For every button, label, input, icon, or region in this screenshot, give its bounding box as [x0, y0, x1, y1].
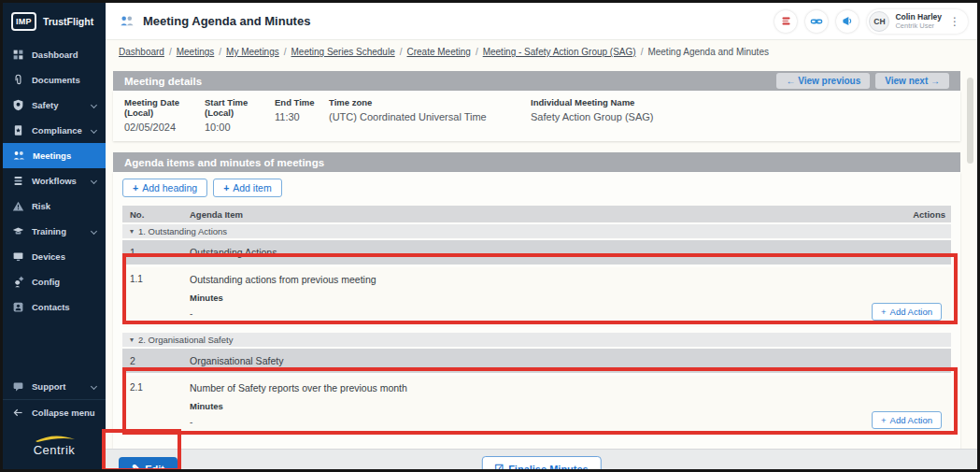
- dashboard-icon: [12, 49, 24, 61]
- view-next-button[interactable]: View next →: [875, 73, 949, 89]
- sidebar-item-contacts[interactable]: Contacts: [3, 294, 106, 320]
- breadcrumb-link-meetings[interactable]: Meetings: [177, 47, 215, 57]
- column-header-no: No.: [122, 209, 190, 220]
- avatar: CH: [869, 11, 889, 32]
- minutes-value: -: [190, 417, 951, 427]
- content-area: Meeting details ← View previous View nex…: [106, 64, 977, 449]
- field-value: Safety Action Group (SAG): [531, 111, 949, 122]
- group-header-label: 1. Outstanding Actions: [138, 226, 227, 236]
- breadcrumb: Dashboard / Meetings / My Meetings / Mee…: [106, 40, 977, 64]
- collapse-menu-button[interactable]: Collapse menu: [3, 400, 106, 425]
- paperclip-icon: [12, 74, 24, 86]
- sidebar-item-label: Support: [32, 381, 65, 392]
- view-previous-button[interactable]: ← View previous: [776, 73, 870, 89]
- sidebar-item-config[interactable]: Config: [3, 269, 106, 294]
- imp-logo-badge: IMP: [11, 12, 36, 31]
- sidebar-item-label: Risk: [32, 201, 50, 211]
- announcements-button[interactable]: [836, 10, 859, 33]
- breadcrumb-link-meeting-series-schedule[interactable]: Meeting Series Schedule: [291, 47, 395, 57]
- breadcrumb-link-create-meeting[interactable]: Create Meeting: [407, 47, 471, 57]
- breadcrumb-link-dashboard[interactable]: Dashboard: [119, 47, 164, 57]
- add-item-button[interactable]: +Add item: [213, 179, 282, 197]
- sidebar-item-workflows[interactable]: Workflows: [3, 168, 106, 193]
- centrik-brand-text: Centrik: [34, 443, 76, 457]
- breadcrumb-link-meeting-sag[interactable]: Meeting - Safety Action Group (SAG): [483, 47, 636, 57]
- sidebar-item-label: Dashboard: [32, 50, 78, 60]
- breadcrumb-separator: /: [219, 47, 221, 57]
- compliance-doc-icon: [12, 124, 24, 136]
- sidebar-item-label: Devices: [32, 251, 65, 262]
- field-end-time: End Time 11:30: [275, 97, 329, 133]
- field-value: 10:00: [205, 122, 275, 133]
- top-bar: Meeting Agenda and Minutes CH Colin Harl…: [106, 3, 977, 40]
- chevron-down-icon: [91, 127, 97, 134]
- copy-link-button[interactable]: [805, 10, 828, 33]
- row-title: Outstanding Actions: [190, 247, 951, 258]
- sidebar-item-meetings[interactable]: Meetings: [3, 143, 106, 168]
- sidebar: IMP TrustFlight Dashboard Documents Safe…: [3, 3, 106, 469]
- sidebar-item-training[interactable]: Training: [3, 219, 106, 244]
- user-menu[interactable]: CH Colin Harley Centrik User ⋮: [867, 9, 968, 34]
- sidebar-item-label: Compliance: [32, 125, 82, 136]
- plus-icon: +: [881, 307, 887, 317]
- meetings-icon: [12, 150, 25, 162]
- sidebar-item-risk[interactable]: Risk: [3, 193, 106, 219]
- kebab-menu-icon[interactable]: ⋮: [947, 15, 962, 28]
- add-action-button[interactable]: +Add Action: [872, 411, 942, 429]
- agenda-row-1-1[interactable]: 1.1 Outstanding actions from previous me…: [122, 267, 951, 327]
- field-value: (UTC) Coordinated Universal Time: [329, 111, 531, 122]
- agenda-row-2[interactable]: 2 Organisational Safety: [122, 349, 951, 373]
- add-heading-button[interactable]: +Add heading: [122, 179, 207, 197]
- edit-button[interactable]: ✎Edit: [119, 457, 178, 472]
- field-individual-meeting-name: Individual Meeting Name Safety Action Gr…: [531, 97, 949, 133]
- agenda-row-1[interactable]: 1 Outstanding Actions: [122, 240, 951, 265]
- group-header-outstanding-actions[interactable]: ▾ 1. Outstanding Actions: [122, 224, 951, 238]
- scrollbar-thumb[interactable]: [967, 78, 973, 164]
- column-header-agenda-item: Agenda Item: [190, 209, 895, 220]
- centrik-logo: Centrik: [3, 425, 106, 469]
- column-header-actions: Actions: [895, 209, 951, 220]
- user-name: Colin Harley: [895, 12, 942, 21]
- breadcrumb-link-my-meetings[interactable]: My Meetings: [226, 47, 279, 57]
- field-label: Time zone: [329, 97, 531, 107]
- main-area: Meeting Agenda and Minutes CH Colin Harl…: [106, 3, 977, 469]
- meeting-details-panel: Meeting Date (Local) 02/05/2024 Start Ti…: [113, 91, 960, 141]
- contacts-icon: [12, 301, 24, 313]
- sidebar-item-label: Workflows: [32, 176, 77, 186]
- sidebar-item-support[interactable]: Support: [3, 374, 106, 399]
- sidebar-item-devices[interactable]: Devices: [3, 244, 106, 269]
- field-meeting-date: Meeting Date (Local) 02/05/2024: [124, 97, 205, 133]
- row-number: 1: [122, 247, 190, 258]
- config-gear-icon: [12, 276, 24, 288]
- sidebar-item-safety[interactable]: Safety: [3, 93, 106, 118]
- agenda-row-2-1[interactable]: 2.1 Number of Safety reports over the pr…: [122, 376, 951, 436]
- sidebar-spacer: [3, 320, 106, 374]
- sidebar-item-label: Safety: [32, 100, 59, 110]
- sidebar-item-label: Contacts: [32, 302, 70, 312]
- finalise-minutes-button[interactable]: ☑Finalise Minutes: [481, 456, 601, 472]
- meeting-details-title: Meeting details: [124, 76, 202, 87]
- sidebar-item-compliance[interactable]: Compliance: [3, 118, 106, 143]
- link-icon: [810, 15, 823, 28]
- sidebar-item-documents[interactable]: Documents: [3, 67, 106, 93]
- row-number: 2: [122, 355, 190, 366]
- chevron-down-icon: [91, 102, 97, 108]
- activity-log-button[interactable]: [774, 10, 797, 33]
- row-title: Organisational Safety: [190, 355, 951, 366]
- app-window: IMP TrustFlight Dashboard Documents Safe…: [0, 0, 980, 472]
- caret-down-icon: ▾: [130, 227, 134, 236]
- footer-action-bar: ✎Edit ☑Finalise Minutes: [106, 449, 977, 472]
- breadcrumb-separator: /: [284, 47, 287, 57]
- sidebar-item-dashboard[interactable]: Dashboard: [3, 42, 106, 67]
- agenda-panel: +Add heading +Add item No. Agenda Item A…: [113, 172, 960, 449]
- page-title: Meeting Agenda and Minutes: [143, 14, 310, 28]
- sidebar-item-label: Meetings: [33, 150, 71, 161]
- shield-icon: [12, 99, 24, 111]
- logo[interactable]: IMP TrustFlight: [3, 3, 106, 42]
- topbar-actions: CH Colin Harley Centrik User ⋮: [774, 9, 968, 34]
- row-number: 2.1: [122, 376, 190, 436]
- field-value: 11:30: [275, 111, 329, 122]
- minutes-label: Minutes: [190, 401, 951, 411]
- group-header-organisational-safety[interactable]: ▾ 2. Organisational Safety: [122, 333, 951, 347]
- add-action-button[interactable]: +Add Action: [872, 303, 942, 321]
